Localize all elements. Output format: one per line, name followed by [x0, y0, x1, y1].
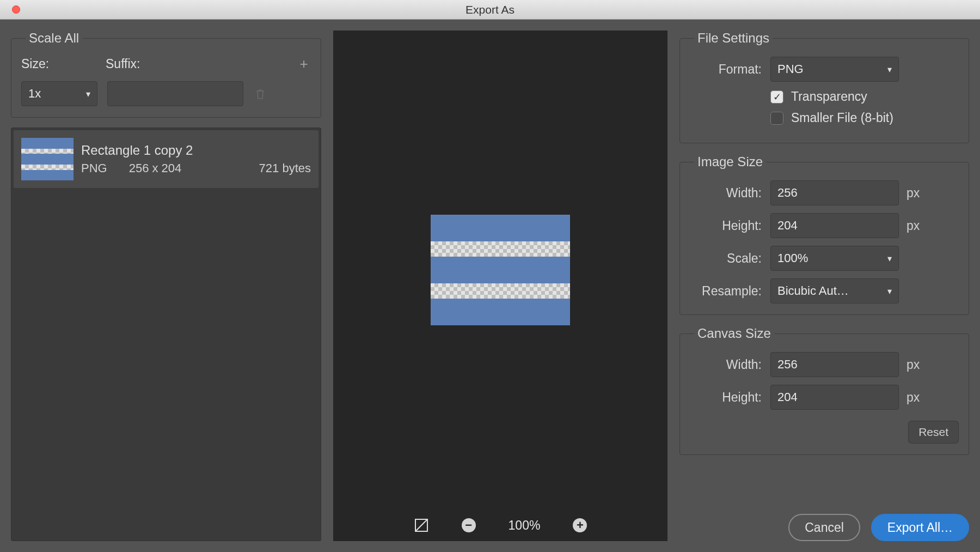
px-unit: px	[906, 357, 920, 372]
suffix-label: Suffix:	[106, 57, 297, 71]
chevron-down-icon: ▾	[887, 64, 892, 75]
canvas-height-label: Height:	[690, 390, 770, 405]
asset-name: Rectangle 1 copy 2	[81, 143, 311, 158]
preview-area	[333, 31, 667, 509]
file-settings-legend: File Settings	[694, 31, 773, 46]
cancel-button-label: Cancel	[805, 520, 844, 535]
canvas-width-input[interactable]	[770, 352, 899, 377]
image-height-input[interactable]	[770, 213, 899, 238]
export-all-button[interactable]: Export All…	[871, 514, 969, 541]
zoom-in-button[interactable]: +	[573, 518, 587, 532]
canvas-size-legend: Canvas Size	[694, 326, 774, 341]
right-panel: File Settings Format: PNG ▾ ✓ Transparen…	[679, 31, 969, 541]
px-unit: px	[906, 186, 920, 201]
canvas-height-input[interactable]	[770, 385, 899, 410]
smaller-file-checkbox[interactable]	[770, 112, 783, 125]
left-panel: Scale All Size: Suffix: + 1x ▾	[11, 31, 321, 541]
chevron-down-icon: ▾	[86, 89, 90, 99]
asset-list: Rectangle 1 copy 2 PNG 256 x 204 721 byt…	[11, 128, 321, 541]
suffix-input[interactable]	[107, 81, 243, 106]
size-select-value: 1x	[28, 87, 41, 101]
asset-filesize: 721 bytes	[259, 161, 311, 175]
zoom-toolbar: − 100% +	[333, 509, 667, 541]
px-unit: px	[906, 390, 920, 405]
image-width-input[interactable]	[770, 180, 899, 205]
window-title: Export As	[465, 3, 514, 16]
asset-format: PNG	[81, 161, 107, 175]
image-size-group: Image Size Width: px Height: px Scale: 1…	[679, 154, 969, 315]
chevron-down-icon: ▾	[887, 253, 892, 264]
scale-select-value: 100%	[777, 251, 808, 265]
cancel-button[interactable]: Cancel	[788, 514, 860, 541]
image-height-label: Height:	[690, 219, 770, 233]
close-window-icon[interactable]	[12, 5, 20, 14]
add-scale-button[interactable]: +	[297, 57, 311, 71]
asset-thumbnail	[21, 138, 74, 180]
image-size-legend: Image Size	[694, 154, 766, 169]
resample-select-value: Bicubic Aut…	[777, 284, 849, 298]
scale-all-group: Scale All Size: Suffix: + 1x ▾	[11, 31, 321, 118]
chevron-down-icon: ▾	[887, 286, 892, 296]
resample-label: Resample:	[690, 284, 770, 299]
dialog-content: Scale All Size: Suffix: + 1x ▾	[0, 20, 980, 552]
asset-item[interactable]: Rectangle 1 copy 2 PNG 256 x 204 721 byt…	[14, 130, 318, 188]
zoom-value: 100%	[509, 518, 541, 533]
asset-dimensions: 256 x 204	[129, 161, 182, 175]
preview-panel: − 100% +	[333, 31, 667, 541]
file-settings-group: File Settings Format: PNG ▾ ✓ Transparen…	[679, 31, 969, 143]
scale-label: Scale:	[690, 251, 770, 266]
titlebar: Export As	[0, 0, 980, 20]
format-select[interactable]: PNG ▾	[770, 57, 899, 82]
size-label: Size:	[21, 57, 106, 71]
resample-select[interactable]: Bicubic Aut… ▾	[770, 278, 899, 304]
color-proof-icon[interactable]	[414, 518, 429, 533]
px-unit: px	[906, 219, 920, 233]
transparency-checkbox[interactable]: ✓	[770, 90, 783, 104]
smaller-file-label: Smaller File (8-bit)	[791, 111, 893, 125]
preview-image	[431, 215, 570, 326]
canvas-size-group: Canvas Size Width: px Height: px Reset	[679, 326, 969, 455]
dialog-buttons: Cancel Export All…	[679, 504, 969, 541]
scale-select[interactable]: 100% ▾	[770, 246, 899, 271]
format-label: Format:	[690, 62, 770, 77]
scale-all-legend: Scale All	[26, 31, 82, 46]
size-select[interactable]: 1x ▾	[21, 81, 97, 106]
transparency-label: Transparency	[791, 89, 867, 104]
image-width-label: Width:	[690, 186, 770, 201]
canvas-width-label: Width:	[690, 357, 770, 372]
zoom-out-button[interactable]: −	[462, 518, 476, 532]
format-select-value: PNG	[777, 62, 804, 76]
export-button-label: Export All…	[887, 520, 953, 535]
reset-button[interactable]: Reset	[908, 421, 959, 444]
trash-icon[interactable]	[253, 88, 267, 100]
